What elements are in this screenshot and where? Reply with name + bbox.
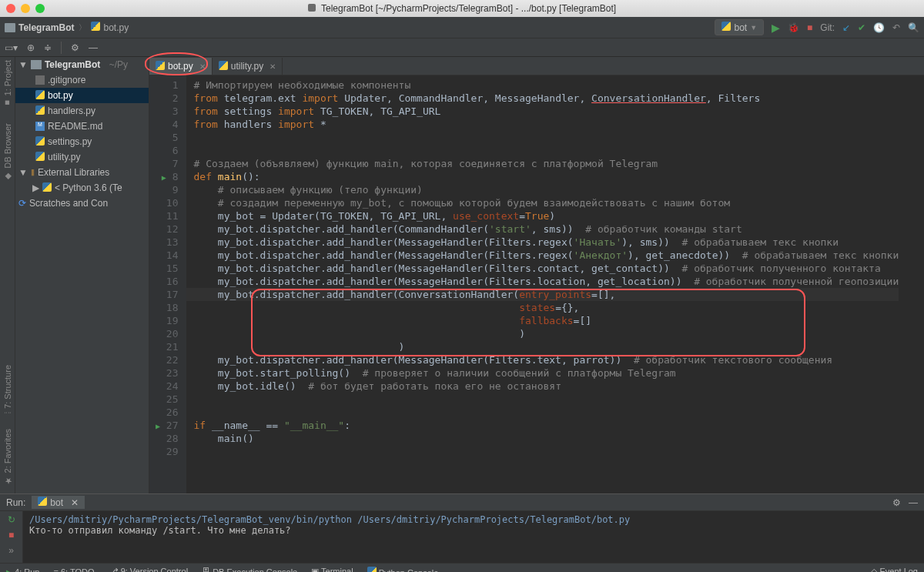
python-file-icon bbox=[91, 22, 100, 33]
git-label: Git: bbox=[820, 22, 835, 33]
editor-panel: bot.py✕ utility.py✕ 1234567▶ 89101112131… bbox=[149, 57, 924, 493]
title-bar: TelegramBot [~/PycharmProjects/TelegramB… bbox=[0, 0, 924, 17]
python-file-icon bbox=[219, 61, 228, 72]
target-button[interactable]: ⊕ bbox=[27, 42, 35, 53]
tree-scratches[interactable]: ⟳Scratches and Con bbox=[15, 196, 149, 211]
python-icon bbox=[42, 182, 52, 194]
python-file-icon bbox=[35, 90, 45, 102]
python-icon bbox=[721, 22, 731, 33]
search-everywhere-button[interactable]: 🔍 bbox=[908, 22, 919, 33]
breadcrumb-file[interactable]: bot.py bbox=[91, 22, 129, 33]
main-area: ■1: Project ◆DB Browser ⦙7: Structure ★2… bbox=[0, 57, 924, 493]
git-update-button[interactable]: ↙ bbox=[842, 22, 850, 33]
python-console-tool-button[interactable]: Python Console bbox=[367, 567, 439, 573]
python-icon bbox=[38, 497, 47, 508]
hide-button[interactable]: — bbox=[89, 42, 98, 53]
navigation-bar: TelegramBot 〉 bot.py bot ▼ ▶ 🐞 ■ Git: ↙ … bbox=[0, 17, 924, 38]
run-tool-window: Run: bot✕ ⚙ — ↻ ■ » /Users/dmitriy/Pycha… bbox=[0, 493, 924, 563]
run-output[interactable]: /Users/dmitriy/PycharmProjects/TelegramB… bbox=[23, 511, 924, 563]
stop-button[interactable]: ■ bbox=[807, 22, 812, 33]
editor-tabs: bot.py✕ utility.py✕ bbox=[149, 57, 924, 75]
event-log-button[interactable]: ◇ Event Log bbox=[871, 567, 918, 572]
hide-icon[interactable]: — bbox=[909, 497, 918, 508]
run-config-selector[interactable]: bot ▼ bbox=[715, 19, 764, 35]
editor-toolbar: ▭▾ ⊕ ≑ ⚙ — bbox=[0, 38, 924, 57]
python-file-icon bbox=[35, 105, 45, 117]
vcs-tool-button[interactable]: ⎇ 9: Version Control bbox=[109, 567, 189, 572]
debug-button[interactable]: 🐞 bbox=[788, 22, 799, 33]
run-tool-button[interactable]: ▶ 4: Run bbox=[6, 567, 39, 573]
run-side-toolbar: ↻ ■ » bbox=[0, 511, 23, 563]
toolbar-right: bot ▼ ▶ 🐞 ■ Git: ↙ ✔ 🕓 ↶ 🔍 bbox=[715, 19, 919, 35]
collapse-button[interactable]: ≑ bbox=[44, 42, 52, 53]
chevron-right-icon: 〉 bbox=[79, 22, 86, 33]
expand-icon[interactable]: ▼ bbox=[18, 167, 28, 178]
db-browser-tool-button[interactable]: ◆DB Browser bbox=[2, 123, 12, 182]
tree-file[interactable]: .gitignore bbox=[15, 72, 149, 88]
breadcrumb-project[interactable]: TelegramBot bbox=[5, 22, 74, 33]
python-file-icon bbox=[156, 61, 165, 72]
favorites-tool-button[interactable]: ★2: Favorites bbox=[2, 429, 12, 486]
scratches-icon: ⟳ bbox=[18, 198, 26, 209]
markdown-icon: M bbox=[35, 122, 45, 131]
settings-button[interactable]: ⚙ bbox=[71, 42, 79, 53]
close-tab-icon[interactable]: ✕ bbox=[199, 62, 206, 71]
breadcrumb[interactable]: TelegramBot 〉 bot.py bbox=[5, 22, 129, 33]
todo-tool-button[interactable]: ≡ 6: TODO bbox=[53, 567, 94, 573]
tree-root[interactable]: ▼ TelegramBot ~/Py bbox=[15, 57, 149, 72]
python-file-icon bbox=[35, 152, 45, 163]
file-icon bbox=[35, 75, 45, 85]
terminal-tool-button[interactable]: ▣ Terminal bbox=[311, 567, 353, 572]
python-file-icon bbox=[35, 136, 45, 148]
output-line: /Users/dmitriy/PycharmProjects/TelegramB… bbox=[29, 514, 918, 525]
close-tab-icon[interactable]: ✕ bbox=[270, 62, 276, 71]
chevron-down-icon: ▼ bbox=[750, 24, 757, 32]
open-button[interactable]: ▭▾ bbox=[5, 42, 18, 53]
tree-python[interactable]: ▶< Python 3.6 (Te bbox=[15, 180, 149, 196]
project-tree[interactable]: ▼ TelegramBot ~/Py .gitignore bot.py han… bbox=[15, 57, 149, 493]
git-history-button[interactable]: 🕓 bbox=[873, 22, 885, 33]
stop-button[interactable]: ■ bbox=[8, 530, 14, 540]
settings-icon[interactable]: ⚙ bbox=[892, 497, 901, 508]
run-tool-header: Run: bot✕ ⚙ — bbox=[0, 494, 924, 511]
tab-bot-py[interactable]: bot.py✕ bbox=[149, 58, 213, 75]
tab-utility-py[interactable]: utility.py✕ bbox=[213, 58, 283, 75]
tree-file[interactable]: settings.py bbox=[15, 134, 149, 149]
run-button[interactable]: ▶ bbox=[772, 22, 780, 34]
folder-icon bbox=[31, 60, 42, 69]
tree-file[interactable]: bot.py bbox=[15, 88, 149, 103]
code-content[interactable]: # Импортируем необходимые компонентыfrom… bbox=[186, 75, 899, 493]
more-button[interactable]: » bbox=[8, 545, 14, 556]
run-tab[interactable]: bot✕ bbox=[32, 496, 85, 509]
tree-file[interactable]: MREADME.md bbox=[15, 119, 149, 134]
git-commit-button[interactable]: ✔ bbox=[858, 22, 865, 33]
structure-tool-button[interactable]: ⦙7: Structure bbox=[2, 365, 12, 413]
code-editor[interactable]: 1234567▶ 8910111213141516171819202122232… bbox=[149, 75, 924, 493]
tree-ext-libs[interactable]: ▼⦀External Libraries bbox=[15, 165, 149, 180]
app-icon bbox=[308, 4, 316, 12]
project-tool-button[interactable]: ■1: Project bbox=[2, 60, 12, 108]
git-rollback-button[interactable]: ↶ bbox=[892, 22, 900, 33]
tree-file[interactable]: handlers.py bbox=[15, 103, 149, 119]
library-icon: ⦀ bbox=[31, 167, 35, 178]
rerun-button[interactable]: ↻ bbox=[8, 514, 15, 525]
gutter-line-numbers: 1234567▶ 8910111213141516171819202122232… bbox=[149, 75, 186, 493]
expand-icon[interactable]: ▶ bbox=[32, 182, 39, 193]
left-tool-strip: ■1: Project ◆DB Browser ⦙7: Structure ★2… bbox=[0, 57, 15, 493]
close-tab-icon[interactable]: ✕ bbox=[71, 497, 79, 508]
window-title: TelegramBot [~/PycharmProjects/TelegramB… bbox=[0, 3, 924, 14]
run-label: Run: bbox=[6, 497, 25, 508]
db-console-tool-button[interactable]: 🗄 DB Execution Console bbox=[202, 567, 297, 573]
output-line: Кто-то отправил команду /start. Что мне … bbox=[29, 525, 918, 536]
bottom-tool-bar: ▶ 4: Run ≡ 6: TODO ⎇ 9: Version Control … bbox=[0, 563, 924, 572]
expand-icon[interactable]: ▼ bbox=[18, 59, 28, 70]
folder-icon bbox=[5, 23, 15, 32]
tree-file[interactable]: utility.py bbox=[15, 149, 149, 165]
